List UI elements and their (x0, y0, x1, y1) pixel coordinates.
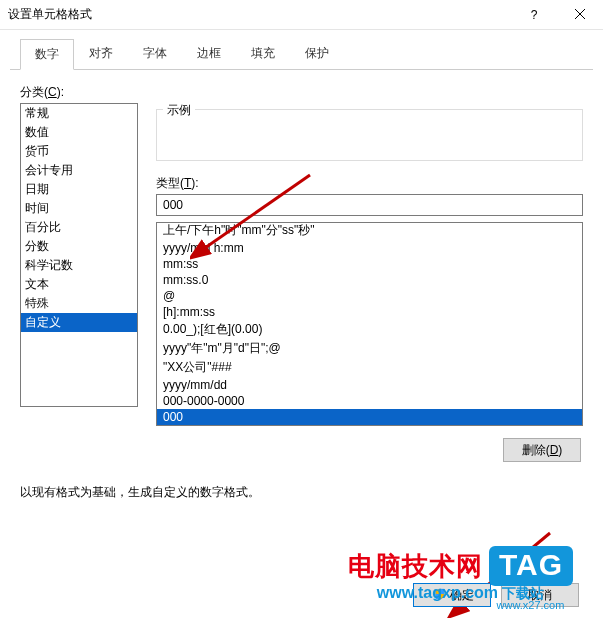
sample-box: 示例 (156, 109, 583, 161)
category-item[interactable]: 常规 (21, 104, 137, 123)
format-item[interactable]: 000-0000-0000 (157, 393, 582, 409)
footer-buttons: 确定 取消 (413, 583, 579, 607)
category-item[interactable]: 时间 (21, 199, 137, 218)
category-item[interactable]: 科学记数 (21, 256, 137, 275)
format-item[interactable]: yyyy/m/d h:mm (157, 240, 582, 256)
format-item[interactable]: 上午/下午h"时"mm"分"ss"秒" (157, 222, 582, 240)
delete-button[interactable]: 删除(D) (503, 438, 581, 462)
help-icon: ? (531, 8, 538, 22)
category-item[interactable]: 数值 (21, 123, 137, 142)
close-icon (575, 8, 585, 22)
shield-icon (430, 588, 446, 603)
format-item[interactable]: yyyy/mm/dd (157, 377, 582, 393)
tab-0[interactable]: 数字 (20, 39, 74, 70)
category-item[interactable]: 分数 (21, 237, 137, 256)
format-list[interactable]: 上午/下午h"时"mm"分"ss"秒"yyyy/m/d h:mmmm:ssmm:… (156, 222, 583, 426)
format-item[interactable]: mm:ss (157, 256, 582, 272)
tab-1[interactable]: 对齐 (74, 38, 128, 69)
category-list[interactable]: 常规数值货币会计专用日期时间百分比分数科学记数文本特殊自定义 (20, 103, 138, 407)
watermark-cn: 电脑技术网 (348, 549, 483, 584)
tab-2[interactable]: 字体 (128, 38, 182, 69)
format-item[interactable]: yyyy"年"m"月"d"日";@ (157, 339, 582, 358)
category-item[interactable]: 特殊 (21, 294, 137, 313)
ok-button[interactable]: 确定 (413, 583, 491, 607)
svg-rect-4 (440, 588, 444, 593)
category-item[interactable]: 日期 (21, 180, 137, 199)
type-input[interactable] (156, 194, 583, 216)
format-item[interactable]: [h]:mm:ss (157, 304, 582, 320)
format-item[interactable]: 0.00_);[红色](0.00) (157, 320, 582, 339)
tab-4[interactable]: 填充 (236, 38, 290, 69)
tabs: 数字对齐字体边框填充保护 (10, 30, 593, 70)
category-label: 分类(C): (20, 84, 583, 101)
format-item[interactable]: mm:ss.0 (157, 272, 582, 288)
note-text: 以现有格式为基础，生成自定义的数字格式。 (20, 484, 583, 501)
format-item[interactable]: @ (157, 288, 582, 304)
category-item[interactable]: 自定义 (21, 313, 137, 332)
type-label: 类型(T): (156, 175, 583, 192)
close-button[interactable] (557, 0, 603, 29)
category-item[interactable]: 文本 (21, 275, 137, 294)
sample-label: 示例 (163, 102, 195, 119)
category-item[interactable]: 货币 (21, 142, 137, 161)
watermark-tag: TAG (489, 546, 573, 586)
titlebar: 设置单元格格式 ? (0, 0, 603, 30)
tab-3[interactable]: 边框 (182, 38, 236, 69)
titlebar-controls: ? (511, 0, 603, 29)
cancel-button[interactable]: 取消 (501, 583, 579, 607)
category-item[interactable]: 百分比 (21, 218, 137, 237)
svg-rect-5 (436, 594, 440, 599)
format-item[interactable]: 000 (157, 409, 582, 425)
window-title: 设置单元格格式 (8, 6, 92, 23)
help-button[interactable]: ? (511, 0, 557, 29)
category-item[interactable]: 会计专用 (21, 161, 137, 180)
format-item[interactable]: "XX公司"### (157, 358, 582, 377)
tab-5[interactable]: 保护 (290, 38, 344, 69)
